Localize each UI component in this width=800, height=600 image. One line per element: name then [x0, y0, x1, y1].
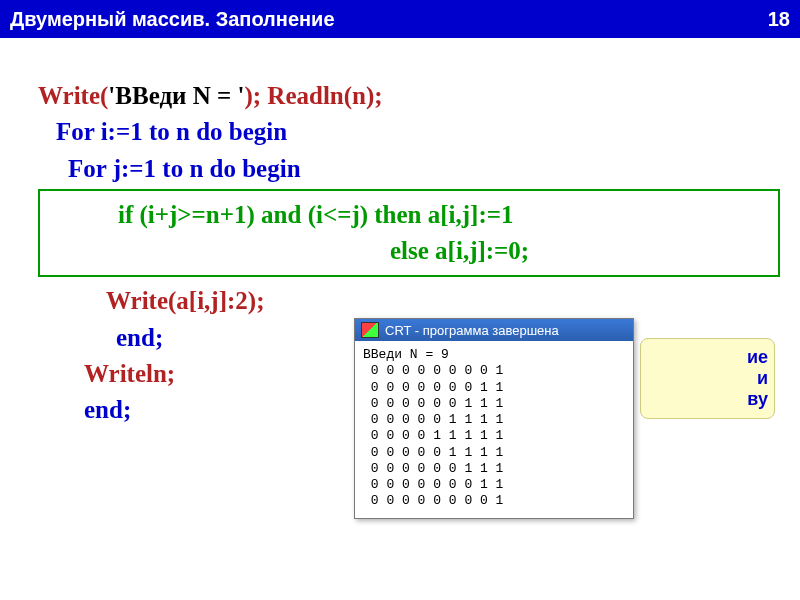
code-line-3: For j:=1 to n do begin [38, 151, 780, 187]
crt-row: 0 0 0 0 0 0 1 1 1 [363, 461, 503, 476]
crt-row: 0 0 0 0 1 1 1 1 1 [363, 428, 503, 443]
crt-row: 0 0 0 0 0 0 0 1 1 [363, 477, 503, 492]
crt-row: 0 0 0 0 0 0 0 0 1 [363, 493, 503, 508]
slide-title: Двумерный массив. Заполнение [10, 8, 335, 31]
slide-content: Write('ВВеди N = '); Readln(n); For i:=1… [0, 38, 800, 448]
slide-header: Двумерный массив. Заполнение 18 [0, 0, 800, 38]
crt-output: ВВеди N = 9 0 0 0 0 0 0 0 0 1 0 0 0 0 0 … [355, 341, 633, 518]
code-line-2: For i:=1 to n do begin [38, 114, 780, 150]
code-token: ); Readln(n); [244, 82, 382, 109]
code-line-1: Write('ВВеди N = '); Readln(n); [38, 78, 780, 114]
code-line-4: if (i+j>=n+1) and (i<=j) then a[i,j]:=1 [50, 197, 768, 233]
crt-row: 0 0 0 0 0 1 1 1 1 [363, 445, 503, 460]
crt-row: 0 0 0 0 0 0 0 1 1 [363, 380, 503, 395]
crt-prompt: ВВеди N = 9 [363, 347, 449, 362]
crt-title: CRT - программа завершена [385, 323, 559, 338]
code-line-6: Write(a[i,j]:2); [38, 283, 780, 319]
crt-row: 0 0 0 0 0 1 1 1 1 [363, 412, 503, 427]
crt-row: 0 0 0 0 0 0 0 0 1 [363, 363, 503, 378]
crt-row: 0 0 0 0 0 0 1 1 1 [363, 396, 503, 411]
code-line-5: else a[i,j]:=0; [50, 233, 768, 269]
code-token: Write( [38, 82, 108, 109]
slide-page-number: 18 [768, 8, 790, 31]
code-token: 'ВВеди N = ' [108, 82, 244, 109]
crt-app-icon [361, 322, 379, 338]
crt-window: CRT - программа завершена ВВеди N = 9 0 … [354, 318, 634, 519]
crt-titlebar: CRT - программа завершена [355, 319, 633, 341]
highlight-box: if (i+j>=n+1) and (i<=j) then a[i,j]:=1 … [38, 189, 780, 278]
